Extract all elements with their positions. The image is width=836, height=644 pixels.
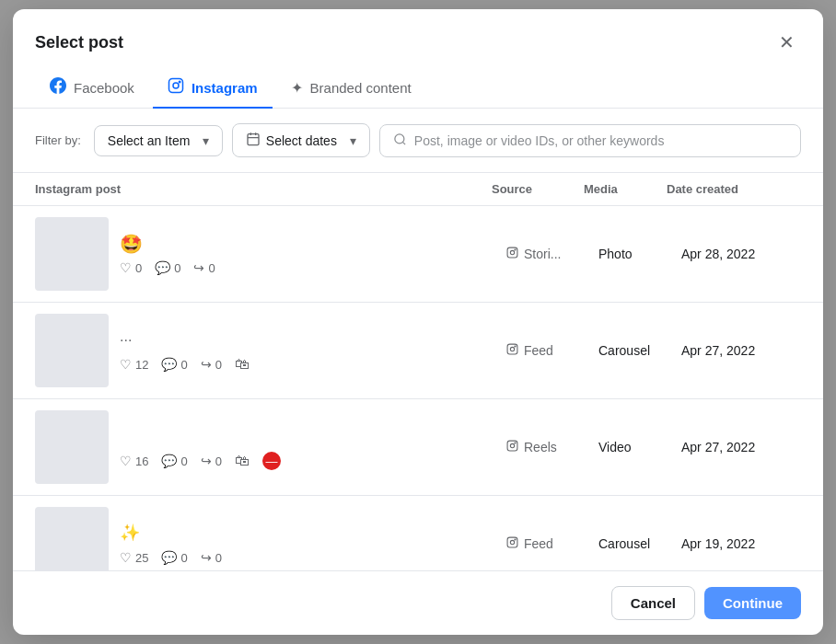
chevron-down-icon: ▾ — [203, 133, 209, 148]
post-content: ✨ ♡ 25 💬 0 ↪ 0 — [120, 523, 506, 565]
likes-count: 0 — [135, 261, 142, 275]
shares-stat: ↪ 0 — [201, 454, 222, 468]
source-label: Feed — [524, 343, 553, 358]
shares-stat: ↪ 0 — [201, 357, 222, 372]
share-icon: ↪ — [193, 260, 204, 275]
date-cell: Apr 27, 2022 — [681, 440, 801, 454]
post-spacer — [120, 424, 506, 446]
post-sparkle: ✨ — [120, 523, 506, 545]
comment-icon: 💬 — [161, 550, 177, 565]
post-thumbnail — [35, 314, 109, 387]
source-cell: Feed — [506, 343, 598, 358]
svg-point-19 — [510, 540, 514, 544]
facebook-icon — [50, 77, 66, 98]
heart-icon: ♡ — [120, 260, 132, 275]
svg-point-11 — [515, 249, 516, 250]
tab-facebook[interactable]: Facebook — [35, 68, 149, 109]
likes-count: 12 — [135, 358, 148, 372]
post-stats: ♡ 0 💬 0 ↪ 0 — [120, 260, 506, 275]
media-cell: Photo — [598, 247, 681, 261]
source-label: Feed — [524, 536, 553, 551]
search-icon — [393, 132, 407, 149]
instagram-source-icon — [506, 247, 518, 261]
svg-rect-12 — [507, 344, 517, 354]
table-row[interactable]: 🤩 ♡ 0 💬 0 ↪ 0 — [13, 206, 823, 303]
likes-stat: ♡ 16 — [120, 454, 148, 468]
post-content: ... ♡ 12 💬 0 ↪ — [120, 328, 506, 373]
post-stats: ♡ 25 💬 0 ↪ 0 — [120, 550, 506, 565]
comments-stat: 💬 0 — [161, 454, 187, 468]
post-dots: ... — [120, 328, 506, 351]
comments-count: 0 — [180, 551, 187, 565]
svg-rect-9 — [507, 247, 517, 258]
calendar-icon — [246, 132, 261, 149]
likes-stat: ♡ 25 — [120, 550, 148, 565]
svg-point-7 — [395, 133, 404, 143]
likes-stat: ♡ 12 — [120, 357, 148, 372]
branded-icon: ✦ — [291, 79, 303, 97]
tabs-bar: Facebook Instagram ✦ Branded content — [13, 57, 823, 109]
media-cell: Carousel — [598, 343, 681, 358]
search-box — [379, 124, 801, 157]
source-cell: Feed — [506, 536, 598, 551]
post-thumbnail — [35, 410, 109, 484]
comments-count: 0 — [180, 454, 187, 468]
svg-point-13 — [510, 347, 514, 351]
cancel-button[interactable]: Cancel — [611, 586, 695, 620]
svg-rect-18 — [507, 537, 517, 547]
svg-rect-15 — [507, 441, 517, 451]
select-post-modal: Select post ✕ Facebook Instagram ✦ Brand… — [13, 9, 823, 635]
tab-instagram[interactable]: Instagram — [153, 68, 273, 109]
table-row[interactable]: ✨ ♡ 25 💬 0 ↪ 0 — [13, 496, 823, 570]
share-icon: ↪ — [201, 357, 212, 372]
instagram-source-icon — [506, 440, 518, 454]
filters-bar: Filter by: Select an Item ▾ Select dates… — [13, 109, 823, 172]
tab-facebook-label: Facebook — [74, 80, 134, 96]
select-item-dropdown[interactable]: Select an Item ▾ — [94, 125, 223, 156]
likes-count: 25 — [135, 551, 148, 565]
select-item-label: Select an Item — [108, 133, 191, 148]
media-cell: Carousel — [598, 536, 681, 551]
shares-count: 0 — [215, 551, 222, 565]
modal-title: Select post — [35, 33, 123, 52]
instagram-source-icon — [506, 343, 518, 358]
tab-branded[interactable]: ✦ Branded content — [276, 70, 426, 108]
date-cell: Apr 28, 2022 — [681, 247, 801, 261]
table-row[interactable]: ... ♡ 12 💬 0 ↪ — [13, 303, 823, 399]
instagram-source-icon — [506, 536, 518, 551]
select-dates-dropdown[interactable]: Select dates ▾ — [232, 123, 370, 157]
svg-point-16 — [510, 443, 514, 447]
tab-instagram-label: Instagram — [192, 80, 258, 96]
shares-count: 0 — [215, 358, 222, 372]
comments-count: 0 — [174, 261, 180, 275]
comments-count: 0 — [180, 358, 187, 372]
comment-icon: 💬 — [161, 454, 177, 468]
post-thumbnail — [35, 507, 109, 570]
table-row[interactable]: ♡ 16 💬 0 ↪ 0 🛍 — [13, 399, 823, 496]
post-stats: ♡ 12 💬 0 ↪ 0 🛍 — [120, 356, 506, 373]
heart-icon: ♡ — [120, 357, 132, 372]
svg-point-20 — [515, 539, 516, 540]
post-content: 🤩 ♡ 0 💬 0 ↪ 0 — [120, 233, 506, 275]
likes-count: 16 — [135, 454, 148, 468]
date-cell: Apr 27, 2022 — [681, 343, 801, 358]
post-cell: ... ♡ 12 💬 0 ↪ — [35, 314, 506, 387]
continue-button[interactable]: Continue — [704, 587, 801, 619]
post-cell: ♡ 16 💬 0 ↪ 0 🛍 — [35, 410, 506, 484]
col-header-post: Instagram post — [35, 182, 492, 196]
share-icon: ↪ — [201, 454, 212, 468]
modal-header: Select post ✕ — [13, 9, 823, 57]
search-input[interactable] — [414, 133, 787, 148]
svg-rect-3 — [248, 134, 259, 145]
col-header-date: Date created — [667, 182, 786, 196]
source-cell: Stori... — [506, 247, 598, 261]
source-label: Reels — [524, 440, 557, 454]
source-label: Stori... — [524, 247, 561, 261]
heart-icon: ♡ — [120, 550, 132, 565]
table-body: 🤩 ♡ 0 💬 0 ↪ 0 — [13, 206, 823, 570]
close-button[interactable]: ✕ — [772, 28, 801, 57]
comments-stat: 💬 0 — [161, 550, 187, 565]
shares-stat: ↪ 0 — [193, 260, 215, 275]
col-header-source: Source — [492, 182, 584, 196]
svg-point-10 — [510, 250, 514, 254]
